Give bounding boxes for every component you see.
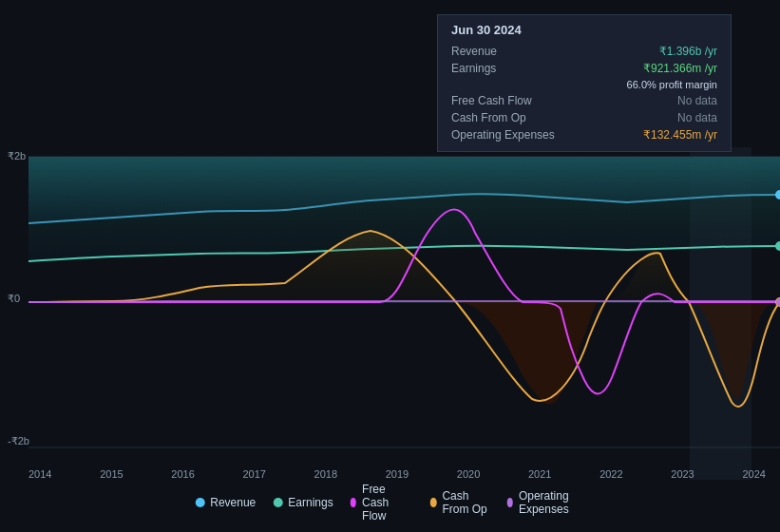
y-label-bot: -₹2b bbox=[8, 435, 29, 447]
cashop-label: Cash From Op bbox=[451, 111, 565, 124]
earnings-value: ₹921.366m /yr bbox=[643, 62, 717, 75]
x-label-2021: 2021 bbox=[528, 468, 551, 480]
x-label-2022: 2022 bbox=[599, 468, 622, 480]
x-label-2024: 2024 bbox=[742, 468, 765, 480]
x-label-2016: 2016 bbox=[171, 468, 194, 480]
legend-dot-cashop bbox=[430, 498, 436, 507]
legend-label-fcf: Free Cash Flow bbox=[362, 483, 413, 522]
legend-dot-earnings bbox=[273, 498, 282, 507]
card-row-cashop: Cash From Op No data bbox=[451, 109, 717, 126]
legend-label-revenue: Revenue bbox=[210, 496, 256, 509]
revenue-label: Revenue bbox=[451, 45, 565, 58]
card-row-earnings: Earnings ₹921.366m /yr bbox=[451, 60, 717, 77]
cashop-value: No data bbox=[677, 111, 717, 124]
x-label-2023: 2023 bbox=[671, 468, 694, 480]
opex-value: ₹132.455m /yr bbox=[643, 128, 717, 142]
x-label-2017: 2017 bbox=[242, 468, 265, 480]
legend-label-opex: Operating Expenses bbox=[519, 489, 585, 516]
earnings-label: Earnings bbox=[451, 62, 565, 75]
legend-dot-fcf bbox=[351, 498, 356, 507]
x-axis-labels: 2014 2015 2016 2017 2018 2019 2020 2021 … bbox=[29, 468, 766, 480]
legend-label-earnings: Earnings bbox=[288, 496, 333, 509]
card-row-fcf: Free Cash Flow No data bbox=[451, 92, 717, 109]
legend-cashop[interactable]: Cash From Op bbox=[430, 489, 489, 516]
chart-area bbox=[29, 147, 780, 470]
data-card: Jun 30 2024 Revenue ₹1.396b /yr Earnings… bbox=[437, 14, 732, 152]
legend-earnings[interactable]: Earnings bbox=[273, 496, 333, 509]
legend-dot-revenue bbox=[195, 498, 204, 507]
fcf-label: Free Cash Flow bbox=[451, 94, 565, 107]
x-label-2015: 2015 bbox=[100, 468, 123, 480]
profit-value: 66.0% profit margin bbox=[627, 79, 717, 90]
legend-fcf[interactable]: Free Cash Flow bbox=[351, 483, 413, 522]
chart-legend: Revenue Earnings Free Cash Flow Cash Fro… bbox=[195, 483, 585, 522]
x-label-2018: 2018 bbox=[314, 468, 337, 480]
card-row-profit: 66.0% profit margin bbox=[451, 77, 717, 92]
legend-dot-opex bbox=[507, 498, 513, 507]
opex-label: Operating Expenses bbox=[451, 128, 565, 142]
fcf-value: No data bbox=[677, 94, 717, 107]
profit-label bbox=[451, 79, 565, 90]
legend-label-cashop: Cash From Op bbox=[442, 489, 489, 516]
card-row-revenue: Revenue ₹1.396b /yr bbox=[451, 43, 717, 60]
legend-opex[interactable]: Operating Expenses bbox=[507, 489, 585, 516]
x-label-2014: 2014 bbox=[29, 468, 51, 480]
x-label-2019: 2019 bbox=[386, 468, 409, 480]
x-label-2020: 2020 bbox=[457, 468, 480, 480]
card-date: Jun 30 2024 bbox=[451, 23, 717, 37]
legend-revenue[interactable]: Revenue bbox=[195, 496, 256, 509]
card-row-opex: Operating Expenses ₹132.455m /yr bbox=[451, 126, 717, 143]
y-label-top: ₹2b bbox=[8, 150, 26, 162]
y-label-mid: ₹0 bbox=[8, 293, 20, 305]
revenue-value: ₹1.396b /yr bbox=[659, 45, 717, 58]
